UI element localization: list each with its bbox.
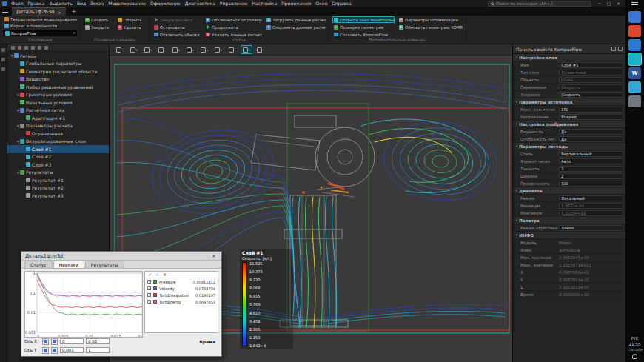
instrument-set-item[interactable]: Твердотельное моделирование <box>3 16 77 22</box>
viewport-tool-zoom[interactable]: ▾ <box>170 45 182 54</box>
viewport-tool-visual-settings[interactable]: ▾ <box>255 45 266 54</box>
menu-item[interactable]: Вид <box>75 0 88 7</box>
property-value[interactable]: 1.8421e-04 <box>559 203 623 209</box>
menu-item[interactable]: Выделить <box>47 0 74 7</box>
menu-item[interactable]: Моделирование <box>106 0 148 7</box>
menu-item[interactable]: Правка <box>26 0 47 7</box>
new-tab-button[interactable]: + <box>68 7 79 16</box>
property-section-header[interactable]: ▾Параметры легенды <box>513 143 625 150</box>
tree-item[interactable]: ▾Параметры расчета <box>7 122 109 130</box>
close-button[interactable]: × <box>614 0 623 7</box>
clear-selection-icon[interactable]: × <box>163 272 167 278</box>
tree-item[interactable]: Геометрия расчетной области <box>7 67 109 76</box>
ribbon-button[interactable]: +Создать <box>84 16 113 23</box>
ribbon-button[interactable]: ×Удалить данные расчета <box>204 31 262 36</box>
viewport-tool-clip-plane[interactable]: ▾ <box>212 45 224 54</box>
instrument-set-item[interactable]: Каркас и поверхности <box>3 23 77 29</box>
taskbar-icon-code-app[interactable] <box>628 39 641 51</box>
tree-item[interactable]: Слой #1 <box>7 145 109 153</box>
active-instrument-set[interactable]: KompasFlow▾ <box>3 30 77 36</box>
property-value[interactable]: Грань <box>559 77 623 83</box>
menu-item[interactable]: Приложения <box>279 0 313 7</box>
property-section-header[interactable]: ▾ИНФО <box>513 232 625 239</box>
axis-y-max-input[interactable] <box>86 347 110 353</box>
ribbon-button[interactable]: ×Закрыть <box>84 24 113 30</box>
command-search-input[interactable]: Поиск по командам (Alt+/) <box>488 1 591 7</box>
language-indicator[interactable]: РУС <box>631 336 639 341</box>
viewport-tool-layers[interactable]: ▾ <box>227 45 238 54</box>
tree-item[interactable]: ▾Граничные условия <box>7 91 109 99</box>
axis-x-max-input[interactable] <box>86 338 110 344</box>
property-value[interactable]: Локальный <box>559 195 623 201</box>
taskbar-icon-messenger-app[interactable] <box>628 81 641 93</box>
property-value[interactable]: Линии тока <box>559 70 623 76</box>
series-row[interactable]: ✓Pressure0.00811811 <box>145 278 218 285</box>
menu-item[interactable]: Диагностика <box>183 0 218 7</box>
property-value[interactable]: Да <box>559 136 623 142</box>
property-value[interactable]: 100 <box>559 181 623 187</box>
tree-item[interactable]: Результат #2 <box>7 184 109 192</box>
dock-panel-icon[interactable] <box>1 58 5 61</box>
viewport-tool-orientation[interactable]: ▾ <box>128 45 140 54</box>
axis-y-fit-button[interactable] <box>42 347 49 354</box>
document-tab[interactable]: Деталь1ф.m3d × <box>12 7 66 16</box>
viewport-tool-shading[interactable]: ▾ <box>156 45 168 54</box>
taskbar-icon-browser-app[interactable] <box>628 25 641 37</box>
dialog-close-icon[interactable]: × <box>210 253 218 259</box>
clock-date[interactable]: 17.04.2025 <box>627 348 643 352</box>
panel-menu-icon[interactable] <box>611 47 616 51</box>
tree-item[interactable]: Слой #3 <box>7 161 109 169</box>
tree-item[interactable]: Ограничения <box>7 130 109 138</box>
axis-y-log-button[interactable] <box>51 347 58 354</box>
dialog-tab-Статус[interactable]: Статус <box>24 261 53 268</box>
menu-item[interactable]: Управление <box>218 0 250 7</box>
ribbon-button[interactable]: Остановить <box>152 24 201 30</box>
taskbar-icon-kompas-app[interactable] <box>628 53 641 65</box>
tree-toolbar-icon[interactable] <box>31 46 35 50</box>
tree-toolbar-icon[interactable] <box>11 46 15 50</box>
property-value[interactable]: 3 <box>559 166 623 172</box>
viewport-tool-filter[interactable]: ▾ <box>241 45 252 54</box>
property-value[interactable]: 1.1525e+01 <box>559 210 623 216</box>
property-section-header[interactable]: ▾Настройки слоя <box>513 54 625 61</box>
ribbon-button[interactable]: Продолжить <box>204 24 262 30</box>
ribbon-button[interactable]: ×Отключиться от солвера <box>204 16 262 23</box>
taskbar-icon-word-app[interactable]: W <box>628 67 641 79</box>
tree-item[interactable]: Начальные условия <box>7 98 109 107</box>
series-row[interactable]: ✓TurbDissipation0.0190197 <box>145 292 218 298</box>
tree-item[interactable]: Слой #2 <box>7 153 109 161</box>
dock-panel-icon[interactable] <box>1 67 5 71</box>
menu-item[interactable]: Настройка <box>249 0 279 7</box>
property-value[interactable]: 150 <box>559 107 623 113</box>
property-section-header[interactable]: ▾Параметры источника <box>513 98 625 106</box>
axis-y-min-input[interactable] <box>60 347 84 353</box>
menu-item[interactable]: Эскиз <box>88 0 106 7</box>
tree-item[interactable]: Глобальные параметры <box>7 60 109 68</box>
menu-item[interactable]: Файл <box>9 0 26 7</box>
panel-dock-icon[interactable] <box>618 47 623 51</box>
maximize-button[interactable]: □ <box>604 0 614 7</box>
axis-x-log-button[interactable] <box>51 338 58 345</box>
series-checkbox[interactable]: ✓ <box>147 280 151 284</box>
property-value[interactable]: 2 <box>559 173 623 179</box>
property-value[interactable]: Слой #1 <box>559 62 623 68</box>
taskbar-icon-files-app[interactable] <box>628 11 641 23</box>
axis-x-fit-button[interactable] <box>42 338 49 345</box>
series-checkbox[interactable]: ✓ <box>147 293 151 297</box>
axis-x-min-input[interactable] <box>60 338 84 344</box>
property-value[interactable]: Вперед <box>559 114 623 120</box>
notification-bell-icon[interactable] <box>632 354 637 359</box>
minimize-button[interactable]: ─ <box>594 0 604 7</box>
ribbon-button[interactable]: ↑Сохранить данные расчета <box>265 24 326 30</box>
check-selected-icon[interactable]: ✓ <box>155 272 159 278</box>
property-value[interactable]: Линии <box>559 225 623 231</box>
tree-item[interactable]: ▾Визуализированные слои <box>7 138 109 146</box>
taskbar-menu-icon[interactable] <box>631 2 638 7</box>
main-menu-icon[interactable] <box>2 10 8 14</box>
series-checkbox[interactable]: ✓ <box>147 300 151 304</box>
viewport-tool-rotate[interactable]: ▾ <box>198 45 210 54</box>
menu-item[interactable]: Справка <box>329 0 353 7</box>
ribbon-button[interactable]: ✓Проверка геометрии <box>332 24 395 30</box>
series-checkbox[interactable]: ✓ <box>147 286 151 290</box>
viewport-tool-cursor[interactable]: ▾ <box>114 45 126 54</box>
